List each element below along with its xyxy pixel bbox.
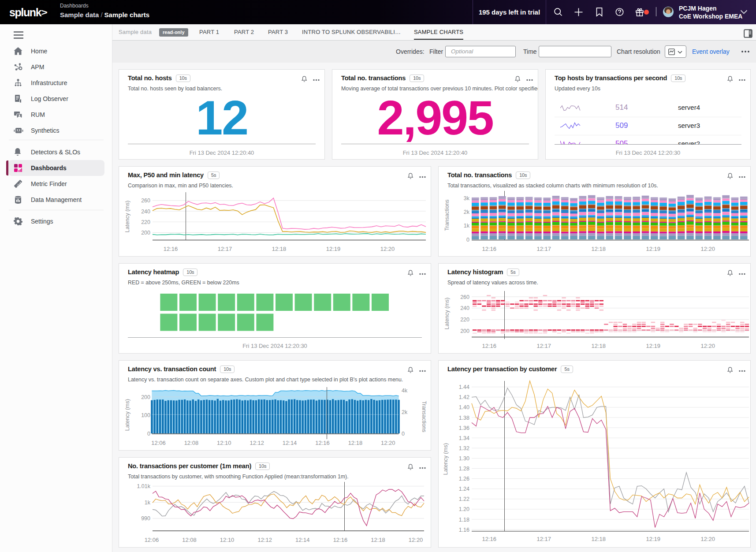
svg-text:12:10: 12:10 — [217, 440, 231, 446]
svg-text:12:17: 12:17 — [537, 246, 551, 252]
svg-text:12:12: 12:12 — [250, 440, 264, 446]
svg-text:12:20: 12:20 — [701, 343, 715, 349]
svg-text:12:18: 12:18 — [371, 537, 385, 543]
svg-text:0: 0 — [466, 237, 469, 243]
svg-text:1.28: 1.28 — [459, 466, 469, 472]
svg-text:12:16: 12:16 — [333, 537, 348, 543]
svg-text:0: 0 — [147, 431, 150, 437]
svg-text:3k: 3k — [464, 195, 470, 201]
svg-text:12:18: 12:18 — [348, 440, 363, 446]
svg-text:1.18: 1.18 — [459, 517, 469, 523]
svg-text:1.42: 1.42 — [459, 394, 469, 400]
svg-text:Latency (ms): Latency (ms) — [124, 201, 130, 232]
svg-text:Latency (ms): Latency (ms) — [124, 399, 130, 431]
svg-text:240: 240 — [460, 305, 469, 311]
svg-text:12:16: 12:16 — [315, 440, 330, 446]
svg-text:2k: 2k — [402, 409, 408, 415]
svg-text:12:16: 12:16 — [482, 343, 497, 349]
svg-text:1k: 1k — [464, 223, 470, 229]
svg-text:220: 220 — [141, 219, 150, 225]
svg-text:200: 200 — [460, 328, 469, 334]
svg-text:1.34: 1.34 — [459, 435, 469, 441]
svg-text:12:14: 12:14 — [283, 440, 297, 446]
svg-text:260: 260 — [460, 294, 469, 300]
svg-text:12:19: 12:19 — [646, 246, 661, 252]
svg-text:260: 260 — [141, 198, 150, 204]
svg-text:12:14: 12:14 — [295, 537, 310, 543]
svg-text:240: 240 — [141, 209, 150, 215]
svg-text:12:20: 12:20 — [381, 440, 395, 446]
svg-text:12:20: 12:20 — [409, 537, 423, 543]
svg-text:1.16: 1.16 — [459, 527, 469, 533]
svg-text:1.22: 1.22 — [459, 496, 469, 502]
svg-text:12:17: 12:17 — [537, 343, 551, 349]
svg-text:12:17: 12:17 — [537, 536, 551, 542]
svg-text:200: 200 — [141, 230, 150, 236]
svg-text:220: 220 — [460, 317, 469, 323]
svg-text:12:19: 12:19 — [646, 536, 661, 542]
svg-text:2k: 2k — [464, 209, 470, 215]
svg-text:1.01k: 1.01k — [137, 483, 150, 489]
svg-text:12:12: 12:12 — [257, 537, 272, 543]
svg-text:12:17: 12:17 — [218, 246, 232, 252]
svg-text:1.44: 1.44 — [459, 384, 469, 390]
svg-text:12:19: 12:19 — [646, 343, 661, 349]
svg-text:1.30: 1.30 — [459, 455, 469, 462]
svg-text:12:16: 12:16 — [482, 536, 497, 542]
svg-text:12:19: 12:19 — [326, 246, 341, 252]
svg-text:12:10: 12:10 — [220, 537, 235, 543]
svg-text:1k: 1k — [145, 500, 151, 506]
svg-text:12:16: 12:16 — [482, 246, 497, 252]
svg-text:12:16: 12:16 — [164, 246, 178, 252]
svg-text:12:18: 12:18 — [592, 343, 606, 349]
svg-text:12:20: 12:20 — [380, 246, 395, 252]
svg-text:1.24: 1.24 — [459, 486, 469, 492]
svg-text:Latency (ms): Latency (ms) — [443, 443, 449, 475]
svg-text:12:18: 12:18 — [592, 246, 606, 252]
svg-text:12:06: 12:06 — [145, 537, 159, 543]
svg-text:100: 100 — [141, 412, 150, 418]
svg-text:1.26: 1.26 — [459, 476, 469, 482]
svg-text:12:06: 12:06 — [151, 440, 166, 446]
svg-text:12:18: 12:18 — [272, 246, 287, 252]
svg-text:12:18: 12:18 — [592, 536, 606, 542]
svg-text:1.36: 1.36 — [459, 425, 469, 431]
svg-text:Latency (ms): Latency (ms) — [444, 298, 450, 329]
svg-text:0: 0 — [402, 431, 405, 437]
svg-text:12:20: 12:20 — [701, 536, 715, 542]
svg-text:Transactions: Transactions — [421, 401, 427, 432]
svg-text:1.40: 1.40 — [459, 404, 469, 410]
svg-text:Transactions: Transactions — [444, 199, 450, 231]
svg-text:12:20: 12:20 — [701, 246, 715, 252]
svg-text:4k: 4k — [402, 388, 408, 394]
svg-text:1.38: 1.38 — [459, 415, 469, 421]
svg-text:1.20: 1.20 — [459, 506, 469, 512]
svg-text:12:08: 12:08 — [182, 537, 197, 543]
svg-text:12:08: 12:08 — [184, 440, 199, 446]
svg-text:990: 990 — [141, 515, 150, 522]
svg-text:1.32: 1.32 — [459, 445, 469, 451]
svg-text:200: 200 — [141, 394, 150, 400]
